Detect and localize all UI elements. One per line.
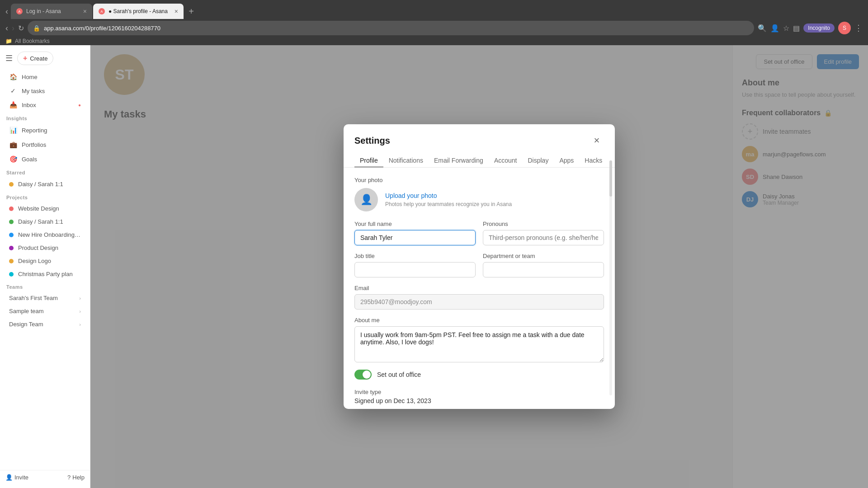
tab-notifications[interactable]: Notifications (383, 153, 429, 168)
home-icon: 🏠 (9, 73, 17, 80)
name-pronouns-row: Your full name Pronouns (354, 221, 604, 245)
sidebar-toggle-btn[interactable]: ▤ (793, 24, 800, 33)
modal-close-btn[interactable]: × (590, 133, 604, 148)
modal-scrollbar-track[interactable] (609, 160, 612, 395)
address-input[interactable] (44, 25, 749, 32)
pronouns-input[interactable] (483, 230, 604, 245)
tab-history-back[interactable]: ‹ (4, 7, 10, 16)
tab2-close[interactable]: × (175, 8, 178, 15)
project-label-3: New Hire Onboarding Ch... (18, 231, 81, 238)
project-dot-4 (9, 246, 14, 250)
modal-tabs: Profile Notifications Email Forwarding A… (344, 148, 615, 168)
tab-hacks[interactable]: Hacks (579, 153, 608, 168)
full-name-input[interactable] (354, 230, 476, 245)
nav-refresh-btn[interactable]: ↻ (18, 24, 24, 33)
about-me-label: About me (354, 317, 604, 324)
starred-dot (9, 182, 14, 187)
about-me-group: About me I usually work from 9am-5pm PST… (354, 317, 604, 362)
bookmarks-bar: 📁 All Bookmarks (0, 37, 868, 45)
invite-btn[interactable]: 👤 Invite (5, 474, 28, 481)
sidebar-item-christmas-party[interactable]: Christmas Party plan (3, 268, 87, 280)
create-btn[interactable]: + Create (17, 52, 53, 65)
nav-forward-btn[interactable]: › (12, 23, 14, 33)
page-content: ☰ + Create 🏠 Home ✓ My tasks 📥 Inbox ● (0, 45, 868, 488)
search-btn[interactable]: 🔍 (758, 24, 767, 33)
tab-email-forwarding[interactable]: Email Forwarding (429, 153, 489, 168)
tab1-favicon: A (16, 8, 23, 14)
incognito-badge: Incognito (803, 23, 835, 33)
browser-tab-2[interactable]: A ● Sarah's profile - Asana × (93, 4, 184, 19)
team-chevron-3: › (79, 322, 81, 327)
portfolios-icon: 💼 (9, 141, 17, 148)
sidebar-item-product-design[interactable]: Product Design (3, 242, 87, 254)
bookmark-btn[interactable]: ☆ (783, 24, 789, 33)
project-dot-6 (9, 272, 14, 277)
modal-scrollbar-thumb[interactable] (609, 160, 612, 197)
project-label-1: Website Design (18, 205, 81, 212)
new-tab-btn[interactable]: + (184, 5, 198, 18)
job-dept-row: Job title Department or team (354, 253, 604, 277)
team-chevron-1: › (79, 296, 81, 301)
sidebar-item-daisy-sarah-11[interactable]: Daisy / Sarah 1:1 (3, 216, 87, 228)
sidebar-item-portfolios[interactable]: 💼 Portfolios (3, 138, 87, 151)
project-dot-5 (9, 259, 14, 263)
teams-section-label: Teams (0, 281, 90, 291)
project-label-5: Design Logo (18, 258, 81, 264)
email-group: Email (354, 285, 604, 310)
profile-icon-btn[interactable]: 👤 (770, 24, 779, 33)
sidebar-item-daisy-sarah-starred[interactable]: Daisy / Sarah 1:1 (3, 178, 87, 191)
invite-type-label: Invite type (354, 389, 604, 395)
user-circle[interactable]: S (838, 22, 851, 34)
sidebar-item-sarahs-team[interactable]: Sarah's First Team › (3, 292, 87, 304)
tab1-close[interactable]: × (83, 8, 87, 15)
nav-back-btn[interactable]: ‹ (5, 23, 8, 33)
tab-profile[interactable]: Profile (354, 153, 383, 168)
sidebar-item-reporting[interactable]: 📊 Reporting (3, 123, 87, 137)
settings-modal: Settings × Profile Notifications Email F… (344, 124, 615, 409)
full-name-group: Your full name (354, 221, 476, 245)
sidebar-item-design-team[interactable]: Design Team › (3, 318, 87, 330)
tab2-favicon: A (99, 8, 105, 14)
project-dot-1 (9, 206, 14, 211)
invite-icon: 👤 (5, 474, 13, 481)
my-tasks-icon: ✓ (9, 87, 17, 94)
hamburger-btn[interactable]: ☰ (5, 52, 14, 64)
sidebar-item-goals[interactable]: 🎯 Goals (3, 152, 87, 166)
about-me-textarea[interactable]: I usually work from 9am-5pm PST. Feel fr… (354, 326, 604, 362)
browser-chrome: ‹ A Log in - Asana × A ● Sarah's profile… (0, 0, 868, 45)
help-btn[interactable]: ? Help (67, 474, 85, 481)
sidebar-item-website-design[interactable]: Website Design (3, 202, 87, 215)
sidebar-item-design-logo[interactable]: Design Logo (3, 255, 87, 267)
create-plus-icon: + (23, 54, 27, 62)
sidebar-item-sample-team[interactable]: Sample team › (3, 305, 87, 317)
project-dot-3 (9, 233, 14, 237)
project-label-4: Product Design (18, 244, 81, 251)
invite-type-section: Invite type Signed up on Dec 13, 2023 (354, 389, 604, 404)
upload-photo-link[interactable]: Upload your photo (385, 192, 512, 199)
tab1-title: Log in - Asana (26, 8, 80, 14)
browser-tab-1[interactable]: A Log in - Asana × (11, 4, 92, 19)
home-label: Home (22, 74, 38, 80)
job-title-input[interactable] (354, 262, 476, 277)
tab-account[interactable]: Account (489, 153, 523, 168)
create-label: Create (30, 55, 47, 62)
photo-avatar: 👤 (354, 188, 378, 211)
help-label: Help (72, 474, 85, 481)
toggle-switch[interactable] (354, 370, 372, 380)
job-title-label: Job title (354, 253, 476, 259)
tab-display[interactable]: Display (522, 153, 554, 168)
department-input[interactable] (483, 262, 604, 277)
sidebar-item-home[interactable]: 🏠 Home (3, 70, 87, 84)
sidebar-item-new-hire[interactable]: New Hire Onboarding Ch... (3, 229, 87, 241)
lock-icon: 🔒 (33, 25, 40, 32)
email-input (354, 294, 604, 310)
bookmarks-label: All Bookmarks (15, 38, 50, 44)
sidebar-item-inbox[interactable]: 📥 Inbox ● (3, 98, 87, 112)
browser-menu-btn[interactable]: ⋮ (854, 23, 863, 33)
out-of-office-label: Set out of office (377, 371, 421, 378)
tab2-title: ● Sarah's profile - Asana (108, 8, 171, 14)
project-label-2: Daisy / Sarah 1:1 (18, 218, 81, 225)
sidebar-item-my-tasks[interactable]: ✓ My tasks (3, 84, 87, 98)
tab-apps[interactable]: Apps (554, 153, 579, 168)
address-bar-row: ‹ › ↻ 🔒 🔍 👤 ☆ ▤ Incognito S ⋮ (0, 19, 868, 37)
